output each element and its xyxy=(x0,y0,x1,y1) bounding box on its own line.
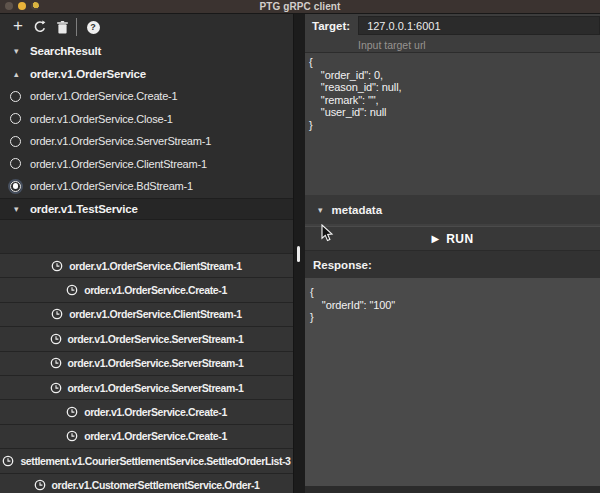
history-clock-icon xyxy=(50,357,62,369)
service-tree: ▾SearchResult▴order.v1.OrderServiceorder… xyxy=(0,40,293,220)
help-icon: ? xyxy=(87,21,100,34)
chevron-down-icon: ▾ xyxy=(14,46,22,56)
play-icon: ▶ xyxy=(432,233,440,244)
tree-item-label: order.v1.OrderService.Create-1 xyxy=(30,90,177,102)
target-placeholder-hint: Input target url xyxy=(305,37,600,52)
history-item-label: settlement.v1.CourierSettlementService.S… xyxy=(20,455,290,467)
refresh-button[interactable] xyxy=(29,16,51,38)
tree-item[interactable]: order.v1.OrderService.BdStream-1 xyxy=(0,175,293,198)
left-sidebar: + ? ▾SearchResult▴order.v1.OrderSer xyxy=(0,14,293,493)
history-clock-icon xyxy=(66,406,78,418)
history-item[interactable]: settlement.v1.CourierSettlementService.S… xyxy=(0,448,293,472)
response-label: Response: xyxy=(313,259,372,271)
history-clock-icon xyxy=(2,455,14,467)
radio-icon[interactable] xyxy=(10,158,21,169)
tree-item-label: order.v1.OrderService.ServerStream-1 xyxy=(30,135,211,147)
panel-splitter[interactable] xyxy=(293,14,305,493)
history-clock-icon xyxy=(34,479,46,491)
target-input[interactable] xyxy=(358,16,600,35)
toolbar-separator xyxy=(76,18,77,36)
history-item[interactable]: order.v1.OrderService.Create-1 xyxy=(0,424,293,448)
tree-section[interactable]: ▴order.v1.OrderService xyxy=(0,63,293,86)
response-json: { "orderId": "100" } xyxy=(310,286,595,324)
radio-icon[interactable] xyxy=(10,136,21,147)
tree-item-label: order.v1.OrderService.BdStream-1 xyxy=(30,180,193,192)
bottom-strip xyxy=(305,486,600,493)
app-window: PTG gRPC client + ? xyxy=(0,0,600,493)
help-button[interactable]: ? xyxy=(82,16,104,38)
metadata-label: metadata xyxy=(332,204,383,216)
history-item[interactable]: order.v1.OrderService.ServerStream-1 xyxy=(0,375,293,399)
minimize-window-icon[interactable] xyxy=(18,2,26,10)
run-label: RUN xyxy=(446,232,473,246)
response-body-area: { "orderId": "100" } xyxy=(305,278,600,486)
trash-icon xyxy=(57,21,68,34)
response-header: Response: xyxy=(305,250,600,278)
zoom-window-icon[interactable] xyxy=(31,2,39,10)
history-item-label: order.v1.OrderService.Create-1 xyxy=(84,406,227,418)
tree-item-label: order.v1.OrderService.Close-1 xyxy=(30,113,173,125)
history-clock-icon xyxy=(50,333,62,345)
add-button[interactable]: + xyxy=(7,16,29,38)
tree-section[interactable]: ▾SearchResult xyxy=(0,40,293,63)
history-clock-icon xyxy=(66,284,78,296)
request-json[interactable]: { "order_id": 0, "reason_id": null, "rem… xyxy=(309,56,596,132)
delete-button[interactable] xyxy=(51,16,73,38)
history-item[interactable]: order.v1.OrderService.Create-1 xyxy=(0,399,293,423)
radio-icon[interactable] xyxy=(10,91,21,102)
chevron-down-icon: ▾ xyxy=(318,205,323,215)
request-body-editor[interactable]: { "order_id": 0, "reason_id": null, "rem… xyxy=(305,52,600,195)
close-window-icon[interactable] xyxy=(5,2,13,10)
tree-section-label: order.v1.TestService xyxy=(30,203,138,215)
tree-item[interactable]: order.v1.OrderService.ServerStream-1 xyxy=(0,130,293,153)
history-clock-icon xyxy=(50,382,62,394)
history-item[interactable]: order.v1.CustomerSettlementService.Order… xyxy=(0,473,293,493)
history-item-label: order.v1.CustomerSettlementService.Order… xyxy=(52,479,260,491)
tree-item[interactable]: order.v1.OrderService.Create-1 xyxy=(0,85,293,108)
radio-icon[interactable] xyxy=(10,113,21,124)
chevron-down-icon: ▾ xyxy=(14,204,22,214)
radio-icon[interactable] xyxy=(10,181,21,192)
history-item-label: order.v1.OrderService.ServerStream-1 xyxy=(68,357,244,369)
plus-icon: + xyxy=(13,16,23,36)
history-item[interactable]: order.v1.OrderService.Create-1 xyxy=(0,277,293,301)
run-button[interactable]: ▶ RUN xyxy=(305,226,600,250)
history-item-label: order.v1.OrderService.ClientStream-1 xyxy=(69,308,241,320)
metadata-section-header[interactable]: ▾ metadata xyxy=(305,195,600,224)
tree-section-label: SearchResult xyxy=(30,45,101,57)
tree-section[interactable]: ▾order.v1.TestService xyxy=(0,198,293,221)
request-panel: Target: Input target url { "order_id": 0… xyxy=(305,14,600,493)
refresh-icon xyxy=(33,20,47,34)
history-clock-icon xyxy=(66,430,78,442)
history-item-label: order.v1.OrderService.ServerStream-1 xyxy=(68,333,244,345)
history-clock-icon xyxy=(51,308,63,320)
history-item-label: order.v1.OrderService.Create-1 xyxy=(84,284,227,296)
tree-item-label: order.v1.OrderService.ClientStream-1 xyxy=(30,158,207,170)
history-clock-icon xyxy=(51,260,63,272)
history-item[interactable]: order.v1.OrderService.ServerStream-1 xyxy=(0,351,293,375)
window-title: PTG gRPC client xyxy=(260,1,341,12)
history-item-label: order.v1.OrderService.ClientStream-1 xyxy=(69,260,241,272)
tree-section-label: order.v1.OrderService xyxy=(30,68,146,80)
history-item[interactable]: order.v1.OrderService.ServerStream-1 xyxy=(0,326,293,350)
history-item-label: order.v1.OrderService.Create-1 xyxy=(84,430,227,442)
history-item-label: order.v1.OrderService.ServerStream-1 xyxy=(68,382,244,394)
traffic-lights xyxy=(5,2,39,10)
title-bar[interactable]: PTG gRPC client xyxy=(0,0,600,14)
splitter-handle-icon[interactable] xyxy=(297,246,300,262)
chevron-up-icon: ▴ xyxy=(14,69,22,79)
tree-item[interactable]: order.v1.OrderService.Close-1 xyxy=(0,108,293,131)
target-row: Target: xyxy=(305,14,600,37)
history-item[interactable]: order.v1.OrderService.ClientStream-1 xyxy=(0,253,293,277)
target-label: Target: xyxy=(312,20,350,32)
sidebar-toolbar: + ? xyxy=(0,14,293,40)
tree-item[interactable]: order.v1.OrderService.ClientStream-1 xyxy=(0,153,293,176)
history-list: order.v1.OrderService.ClientStream-1orde… xyxy=(0,253,293,493)
history-item[interactable]: order.v1.OrderService.ClientStream-1 xyxy=(0,302,293,326)
